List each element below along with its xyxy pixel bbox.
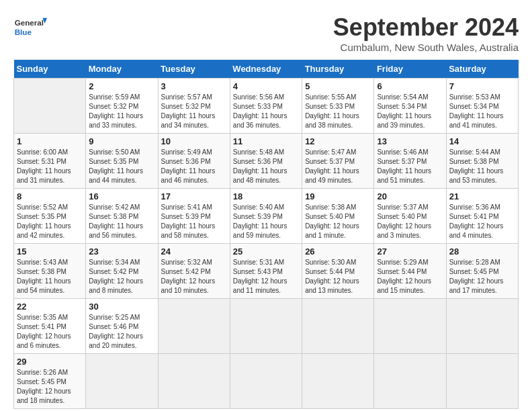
weekday-header-monday: Monday [86, 60, 158, 79]
day-info: Sunrise: 5:55 AM Sunset: 5:33 PM Dayligh… [305, 93, 371, 130]
day-info: Sunrise: 5:26 AM Sunset: 5:45 PM Dayligh… [17, 368, 83, 406]
day-info: Sunrise: 5:34 AM Sunset: 5:42 PM Dayligh… [89, 258, 154, 295]
title-block: September 2024 Cumbalum, New South Wales… [333, 13, 519, 53]
weekday-header-wednesday: Wednesday [230, 60, 302, 79]
location: Cumbalum, New South Wales, Australia [333, 42, 519, 53]
calendar-cell [446, 354, 518, 409]
day-number: 23 [89, 246, 154, 257]
calendar-cell [86, 354, 158, 409]
day-info: Sunrise: 6:00 AM Sunset: 5:31 PM Dayligh… [17, 148, 83, 185]
day-number: 22 [17, 302, 83, 312]
calendar-cell [302, 299, 374, 354]
day-number: 16 [89, 191, 154, 201]
month-title: September 2024 [333, 13, 519, 42]
calendar-cell [158, 354, 230, 409]
calendar-cell: 23Sunrise: 5:34 AM Sunset: 5:42 PM Dayli… [86, 244, 158, 299]
day-number: 8 [17, 191, 83, 201]
day-number: 1 [17, 136, 83, 146]
day-number: 15 [17, 246, 83, 257]
day-number: 20 [377, 191, 443, 201]
day-number: 6 [377, 81, 443, 91]
day-number: 4 [233, 81, 299, 91]
calendar-cell: 5Sunrise: 5:55 AM Sunset: 5:33 PM Daylig… [302, 79, 374, 134]
calendar-cell: 25Sunrise: 5:31 AM Sunset: 5:43 PM Dayli… [230, 244, 302, 299]
day-info: Sunrise: 5:37 AM Sunset: 5:40 PM Dayligh… [377, 203, 443, 240]
calendar-cell: 21Sunrise: 5:36 AM Sunset: 5:41 PM Dayli… [446, 189, 518, 244]
day-number: 24 [161, 246, 227, 257]
calendar-cell [374, 299, 446, 354]
day-number: 19 [305, 191, 371, 201]
logo: General Blue [13, 13, 47, 40]
day-info: Sunrise: 5:56 AM Sunset: 5:33 PM Dayligh… [233, 93, 299, 130]
day-info: Sunrise: 5:49 AM Sunset: 5:36 PM Dayligh… [161, 148, 227, 185]
page-header: General Blue September 2024 Cumbalum, Ne… [13, 13, 519, 53]
calendar-cell: 2Sunrise: 5:59 AM Sunset: 5:32 PM Daylig… [86, 79, 158, 134]
calendar-cell: 24Sunrise: 5:32 AM Sunset: 5:42 PM Dayli… [158, 244, 230, 299]
day-number: 9 [89, 136, 154, 146]
calendar-cell: 14Sunrise: 5:44 AM Sunset: 5:38 PM Dayli… [446, 134, 518, 189]
calendar-row-5: 29Sunrise: 5:26 AM Sunset: 5:45 PM Dayli… [14, 354, 519, 409]
calendar-cell: 20Sunrise: 5:37 AM Sunset: 5:40 PM Dayli… [374, 189, 446, 244]
calendar-cell: 22Sunrise: 5:35 AM Sunset: 5:41 PM Dayli… [14, 299, 86, 354]
calendar-cell [158, 299, 230, 354]
day-info: Sunrise: 5:40 AM Sunset: 5:39 PM Dayligh… [233, 203, 299, 240]
calendar-cell: 16Sunrise: 5:42 AM Sunset: 5:38 PM Dayli… [86, 189, 158, 244]
calendar-cell: 30Sunrise: 5:25 AM Sunset: 5:46 PM Dayli… [86, 299, 158, 354]
day-number: 28 [449, 246, 515, 257]
calendar-cell: 4Sunrise: 5:56 AM Sunset: 5:33 PM Daylig… [230, 79, 302, 134]
weekday-header-row: SundayMondayTuesdayWednesdayThursdayFrid… [14, 60, 519, 79]
general-blue-logo: General Blue [13, 13, 47, 40]
day-info: Sunrise: 5:47 AM Sunset: 5:37 PM Dayligh… [305, 148, 371, 185]
svg-text:General: General [15, 18, 44, 27]
calendar-cell [230, 354, 302, 409]
day-number: 21 [449, 191, 515, 201]
day-info: Sunrise: 5:59 AM Sunset: 5:32 PM Dayligh… [89, 93, 154, 130]
weekday-header-sunday: Sunday [14, 60, 86, 79]
day-info: Sunrise: 5:42 AM Sunset: 5:38 PM Dayligh… [89, 203, 154, 240]
calendar-cell [302, 354, 374, 409]
calendar-cell: 26Sunrise: 5:30 AM Sunset: 5:44 PM Dayli… [302, 244, 374, 299]
day-info: Sunrise: 5:54 AM Sunset: 5:34 PM Dayligh… [377, 93, 443, 130]
day-number: 14 [449, 136, 515, 146]
day-info: Sunrise: 5:41 AM Sunset: 5:39 PM Dayligh… [161, 203, 227, 240]
calendar-cell: 28Sunrise: 5:28 AM Sunset: 5:45 PM Dayli… [446, 244, 518, 299]
day-number: 29 [17, 357, 83, 367]
calendar-cell: 9Sunrise: 5:50 AM Sunset: 5:35 PM Daylig… [86, 134, 158, 189]
day-number: 10 [161, 136, 227, 146]
calendar-cell: 17Sunrise: 5:41 AM Sunset: 5:39 PM Dayli… [158, 189, 230, 244]
calendar-cell: 18Sunrise: 5:40 AM Sunset: 5:39 PM Dayli… [230, 189, 302, 244]
calendar-cell: 3Sunrise: 5:57 AM Sunset: 5:32 PM Daylig… [158, 79, 230, 134]
day-info: Sunrise: 5:30 AM Sunset: 5:44 PM Dayligh… [305, 258, 371, 295]
weekday-header-tuesday: Tuesday [158, 60, 230, 79]
calendar-cell: 8Sunrise: 5:52 AM Sunset: 5:35 PM Daylig… [14, 189, 86, 244]
day-number: 7 [449, 81, 515, 91]
calendar-row-0: 2Sunrise: 5:59 AM Sunset: 5:32 PM Daylig… [14, 79, 519, 134]
day-info: Sunrise: 5:38 AM Sunset: 5:40 PM Dayligh… [305, 203, 371, 240]
day-number: 27 [377, 246, 443, 257]
day-info: Sunrise: 5:31 AM Sunset: 5:43 PM Dayligh… [233, 258, 299, 295]
day-number: 17 [161, 191, 227, 201]
calendar-row-3: 15Sunrise: 5:43 AM Sunset: 5:38 PM Dayli… [14, 244, 519, 299]
calendar-cell: 19Sunrise: 5:38 AM Sunset: 5:40 PM Dayli… [302, 189, 374, 244]
calendar-cell: 15Sunrise: 5:43 AM Sunset: 5:38 PM Dayli… [14, 244, 86, 299]
day-info: Sunrise: 5:29 AM Sunset: 5:44 PM Dayligh… [377, 258, 443, 295]
calendar-cell [374, 354, 446, 409]
day-info: Sunrise: 5:48 AM Sunset: 5:36 PM Dayligh… [233, 148, 299, 185]
svg-text:Blue: Blue [15, 28, 32, 36]
day-number: 13 [377, 136, 443, 146]
calendar-cell: 27Sunrise: 5:29 AM Sunset: 5:44 PM Dayli… [374, 244, 446, 299]
day-info: Sunrise: 5:32 AM Sunset: 5:42 PM Dayligh… [161, 258, 227, 295]
day-info: Sunrise: 5:53 AM Sunset: 5:34 PM Dayligh… [449, 93, 515, 130]
day-number: 12 [305, 136, 371, 146]
weekday-header-thursday: Thursday [302, 60, 374, 79]
day-info: Sunrise: 5:50 AM Sunset: 5:35 PM Dayligh… [89, 148, 154, 185]
day-info: Sunrise: 5:35 AM Sunset: 5:41 PM Dayligh… [17, 313, 83, 351]
calendar-cell [14, 79, 86, 134]
calendar-cell: 13Sunrise: 5:46 AM Sunset: 5:37 PM Dayli… [374, 134, 446, 189]
calendar-cell: 7Sunrise: 5:53 AM Sunset: 5:34 PM Daylig… [446, 79, 518, 134]
weekday-header-saturday: Saturday [446, 60, 518, 79]
day-number: 30 [89, 302, 154, 312]
day-number: 11 [233, 136, 299, 146]
day-info: Sunrise: 5:25 AM Sunset: 5:46 PM Dayligh… [89, 313, 154, 351]
day-number: 25 [233, 246, 299, 257]
